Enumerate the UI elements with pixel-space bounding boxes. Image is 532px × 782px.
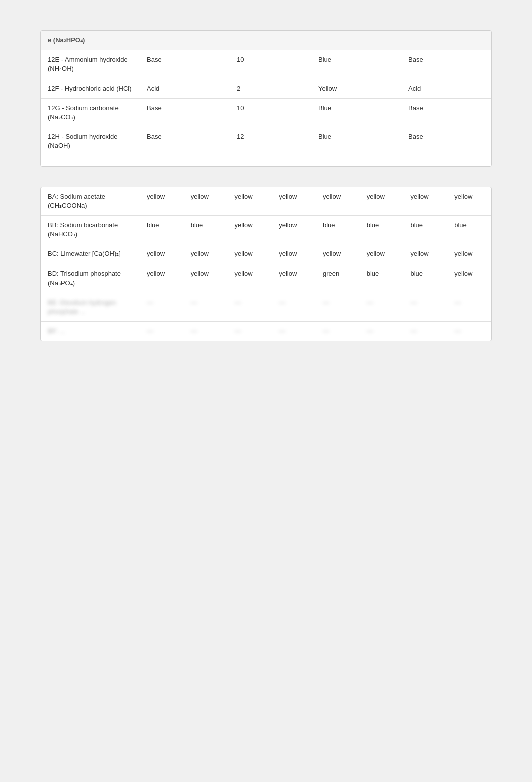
table2-row3-col3: yellow: [228, 264, 272, 293]
table2-row5-col6: —: [360, 322, 404, 341]
table1-row0-col0: e (Na₂HPO₄): [41, 31, 140, 50]
table2-row3-col5: green: [316, 264, 360, 293]
table1-row3-col3: Blue: [311, 98, 401, 127]
table1-row0-col3: [311, 31, 401, 50]
table2-row2-col1: yellow: [140, 244, 184, 264]
table2-row1-col4: yellow: [272, 215, 316, 244]
table1-row2-col3: Yellow: [311, 79, 401, 98]
table2-row5-col2: —: [184, 322, 228, 341]
table1-row5-col2: [230, 156, 311, 166]
table1-row1-col1: Base: [140, 50, 230, 79]
table2-row1-col5: blue: [316, 215, 360, 244]
table1-row2-col2: 2: [230, 79, 311, 98]
table1-row2-col1: Acid: [140, 79, 230, 98]
table2-row2-col0: BC: Limewater [Ca(OH)₂]: [41, 244, 140, 264]
table2-row0-col2: yellow: [184, 187, 228, 216]
table2-row1-col3: yellow: [228, 215, 272, 244]
table2-row0-col0: BA: Sodium acetate (CH₃COONa): [41, 187, 140, 216]
table1-row5-col0: [41, 156, 140, 166]
table2-row4-col4: —: [272, 293, 316, 321]
table2-row3-col8: yellow: [447, 264, 491, 293]
table2-row4-col6: —: [360, 293, 404, 321]
table2-row2-col8: yellow: [447, 244, 491, 264]
table2-row0-col6: yellow: [360, 187, 404, 216]
table1-row2-col0: 12F - Hydrochloric acid (HCl): [41, 79, 140, 98]
table2-row4-col2: —: [184, 293, 228, 321]
table2-row2-col3: yellow: [228, 244, 272, 264]
table2-row4-col7: —: [404, 293, 448, 321]
table2-row0-col1: yellow: [140, 187, 184, 216]
table2-row3-col0: BD: Trisodium phosphate (Na₃PO₄): [41, 264, 140, 293]
table2-row3-col6: blue: [360, 264, 404, 293]
table2-row0-col3: yellow: [228, 187, 272, 216]
table2-row5-col1: —: [140, 322, 184, 341]
table2-row2-col6: yellow: [360, 244, 404, 264]
table2-row3-col2: yellow: [184, 264, 228, 293]
table2-row1-col2: blue: [184, 215, 228, 244]
table2-row4-col8: —: [447, 293, 491, 321]
table1: e (Na₂HPO₄)12E - Ammonium hydroxide (NH₄…: [40, 30, 492, 167]
table1-row1-col4: Base: [401, 50, 491, 79]
table2-row1-col7: blue: [404, 215, 448, 244]
table2-row0-col5: yellow: [316, 187, 360, 216]
table2-row2-col2: yellow: [184, 244, 228, 264]
table2-row0-col7: yellow: [404, 187, 448, 216]
table1-row5-col3: [311, 156, 401, 166]
table2-row1-col1: blue: [140, 215, 184, 244]
table2-row5-col0: BF: ...: [41, 322, 140, 341]
table2-row4-col0: BE: Disodium hydrogen phosphate ...: [41, 293, 140, 321]
table1-row4-col0: 12H - Sodium hydroxide (NaOH): [41, 127, 140, 156]
table1-row4-col2: 12: [230, 127, 311, 156]
table2-row5-col7: —: [404, 322, 448, 341]
table1-row4-col4: Base: [401, 127, 491, 156]
table2-row3-col7: blue: [404, 264, 448, 293]
table1-row3-col1: Base: [140, 98, 230, 127]
table2-row1-col8: blue: [447, 215, 491, 244]
table2-row2-col4: yellow: [272, 244, 316, 264]
table1-row0-col4: [401, 31, 491, 50]
table1-row3-col0: 12G - Sodium carbonate (Na₂CO₃): [41, 98, 140, 127]
table2-row2-col7: yellow: [404, 244, 448, 264]
table1-row0-col1: [140, 31, 230, 50]
table2-row1-col6: blue: [360, 215, 404, 244]
table2-row3-col4: yellow: [272, 264, 316, 293]
table1-row1-col3: Blue: [311, 50, 401, 79]
table2-row2-col5: yellow: [316, 244, 360, 264]
table2-row5-col8: —: [447, 322, 491, 341]
table1-row4-col1: Base: [140, 127, 230, 156]
table2-row5-col5: —: [316, 322, 360, 341]
table1-row3-col2: 10: [230, 98, 311, 127]
table2-row0-col4: yellow: [272, 187, 316, 216]
table2-row5-col4: —: [272, 322, 316, 341]
table1-row0-col2: [230, 31, 311, 50]
table1-row3-col4: Base: [401, 98, 491, 127]
table1-row5-col1: [140, 156, 230, 166]
table2-row5-col3: —: [228, 322, 272, 341]
table2: BA: Sodium acetate (CH₃COONa)yellowyello…: [40, 187, 492, 342]
table1-row4-col3: Blue: [311, 127, 401, 156]
table1-row1-col2: 10: [230, 50, 311, 79]
table2-row0-col8: yellow: [447, 187, 491, 216]
table2-row3-col1: yellow: [140, 264, 184, 293]
table2-row4-col5: —: [316, 293, 360, 321]
table2-row4-col1: —: [140, 293, 184, 321]
table1-row2-col4: Acid: [401, 79, 491, 98]
table2-row4-col3: —: [228, 293, 272, 321]
table1-row1-col0: 12E - Ammonium hydroxide (NH₄OH): [41, 50, 140, 79]
table2-row1-col0: BB: Sodium bicarbonate (NaHCO₃): [41, 215, 140, 244]
table1-row5-col4: [401, 156, 491, 166]
